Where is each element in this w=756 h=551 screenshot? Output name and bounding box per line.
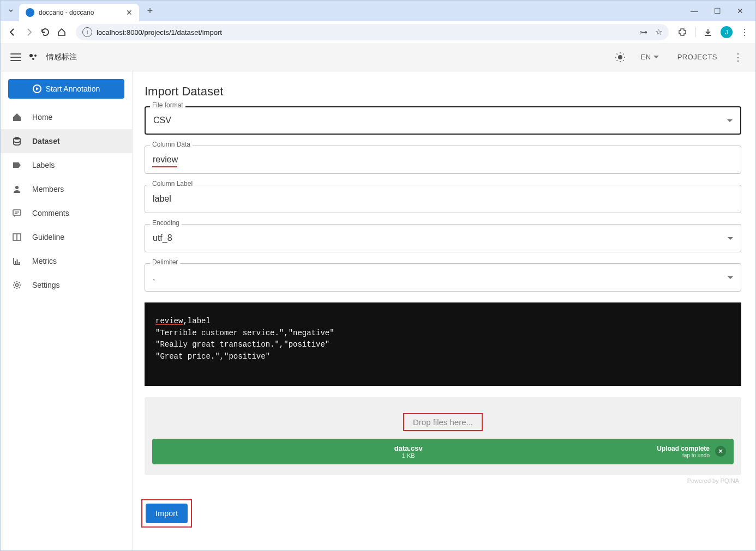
chevron-down-icon [727,119,733,122]
delimiter-select[interactable]: , [145,263,741,292]
file-format-field: File format CSV [145,106,741,135]
sidebar-item-guideline[interactable]: Guideline [1,225,132,249]
reload-icon[interactable] [40,27,51,38]
upload-filename: data.csv [160,444,657,452]
maximize-icon[interactable]: ☐ [711,7,724,15]
field-label: File format [150,101,185,109]
theme-toggle-icon[interactable] [613,50,628,65]
column-data-input[interactable] [153,155,733,165]
toolbar-divider [695,27,695,37]
delimiter-field: Delimiter , [145,263,741,292]
sidebar-item-labels[interactable]: Labels [1,153,132,177]
tab-strip: doccano - doccano ✕ + — ☐ ✕ [1,1,755,21]
field-label: Column Label [150,180,195,187]
field-value: CSV [153,116,727,125]
sidebar-item-label: Settings [32,281,60,289]
svg-point-1 [34,55,37,57]
language-label: EN [641,53,651,61]
spellcheck-underline [152,166,177,167]
svg-rect-19 [15,261,16,264]
bookmark-star-icon[interactable]: ☆ [655,27,662,37]
sidebar-item-label: Metrics [32,257,57,265]
sidebar-item-settings[interactable]: Settings [1,273,132,297]
main-content: Import Dataset File format CSV Column Da… [133,71,755,550]
svg-line-11 [623,53,624,55]
sidebar-item-label: Labels [32,161,55,169]
upload-undo[interactable]: tap to undo [657,452,710,458]
address-bar[interactable]: i localhost:8000/projects/1/dataset/impo… [76,24,669,40]
close-window-icon[interactable]: ✕ [734,7,747,15]
person-icon [11,184,22,195]
chevron-down-icon [653,56,659,58]
site-info-icon[interactable]: i [82,27,92,37]
svg-point-12 [14,137,20,140]
svg-point-13 [15,186,19,189]
sidebar-item-comments[interactable]: Comments [1,201,132,225]
address-row: i localhost:8000/projects/1/dataset/impo… [1,21,755,43]
profile-avatar[interactable]: J [721,26,733,38]
field-label: Column Data [150,141,193,148]
upload-remove-icon[interactable]: ✕ [715,446,726,457]
import-button[interactable]: Import [146,504,188,523]
preview-line: "Really great transaction.","positive" [155,339,730,351]
forward-icon[interactable] [23,27,34,38]
key-icon[interactable]: ⊶ [639,27,647,37]
import-highlight: Import [141,499,192,528]
projects-link[interactable]: Projects [672,50,723,64]
upload-status: Upload complete [657,445,710,452]
upload-size: 1 KB [160,452,657,459]
hamburger-icon[interactable] [10,53,21,61]
column-label-input[interactable] [153,194,733,204]
svg-point-22 [16,284,19,287]
start-annotation-button[interactable]: Start Annotation [8,79,124,99]
sidebar-item-metrics[interactable]: Metrics [1,249,132,273]
file-format-select[interactable]: CSV [145,106,741,135]
new-tab-button[interactable]: + [143,4,157,17]
extensions-icon[interactable] [677,27,687,37]
back-icon[interactable] [7,27,18,38]
preview-line: "Terrible customer service.","negative" [155,328,730,340]
chevron-down-icon [728,276,733,279]
sidebar-item-dataset[interactable]: Dataset [1,129,132,153]
header-menu-icon[interactable]: ⋮ [730,50,746,65]
file-drop-zone[interactable]: Drop files here... data.csv 1 KB Upload … [145,397,741,475]
tab-search-chevron[interactable] [5,5,17,17]
svg-point-3 [618,55,622,59]
preview-code-block: review,label "Terrible customer service.… [145,302,741,386]
book-icon [11,232,22,243]
sidebar-item-label: Members [32,185,64,193]
downloads-icon[interactable] [703,27,713,37]
browser-tab[interactable]: doccano - doccano ✕ [19,4,139,21]
sidebar-item-label: Home [32,113,52,122]
language-select[interactable]: EN [635,50,664,64]
encoding-select[interactable]: utf_8 [145,224,741,252]
window-controls: — ☐ ✕ [688,7,747,15]
svg-point-2 [32,58,34,60]
field-value: utf_8 [153,233,728,243]
chevron-down-icon [728,237,733,240]
close-icon[interactable]: ✕ [126,8,133,17]
app-logo-icon [29,53,39,61]
project-name: 情感标注 [46,52,77,62]
url-text: localhost:8000/projects/1/dataset/import [97,28,635,37]
app-header: 情感标注 EN Projects ⋮ [1,43,755,71]
minimize-icon[interactable]: — [688,7,701,15]
sidebar-item-home[interactable]: Home [1,105,132,129]
column-label-field: Column Label [145,185,741,213]
sidebar: Start Annotation Home Dataset Labels Mem… [1,71,133,550]
sidebar-item-members[interactable]: Members [1,177,132,201]
sidebar-item-label: Dataset [32,137,60,146]
home-icon [11,112,22,123]
gear-icon [11,280,22,290]
svg-rect-20 [17,259,18,264]
home-icon[interactable] [56,27,67,38]
svg-rect-21 [19,262,20,264]
tab-title: doccano - doccano [39,9,122,16]
browser-menu-icon[interactable]: ⋮ [740,27,749,38]
field-value: , [153,273,728,282]
drop-text: Drop files here... [403,413,483,431]
svg-point-0 [29,54,33,57]
page-title: Import Dataset [145,84,745,99]
play-icon [33,84,41,93]
sidebar-item-label: Comments [32,209,69,217]
